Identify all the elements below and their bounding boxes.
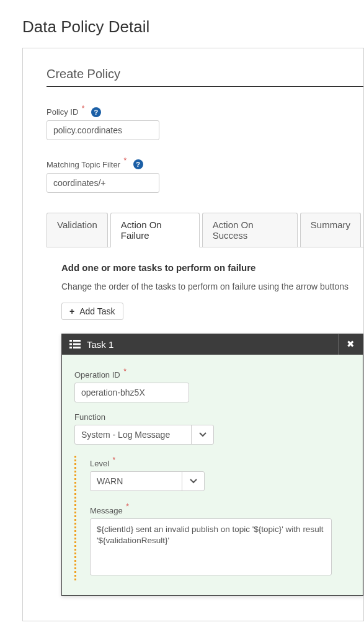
svg-rect-3	[73, 344, 81, 345]
panel-title: Create Policy	[47, 67, 363, 87]
help-icon[interactable]: ?	[133, 159, 143, 169]
task-list-icon	[69, 340, 81, 348]
level-group: Level * WARN	[90, 456, 350, 491]
page-title: Data Policy Detail	[0, 0, 364, 48]
function-group: Function System - Log Message	[74, 411, 350, 445]
policy-id-input[interactable]	[47, 120, 159, 140]
task-card: Task 1 ✖ Operation ID * Function	[61, 334, 363, 596]
topic-filter-label: Matching Topic Filter	[47, 160, 120, 169]
required-mark: *	[123, 156, 127, 165]
plus-icon: +	[69, 306, 74, 316]
failure-description: Change the order of the tasks to perform…	[61, 282, 363, 291]
svg-rect-0	[69, 340, 72, 342]
add-task-label: Add Task	[79, 306, 115, 316]
policy-panel: Create Policy Policy ID * ? Matching Top…	[22, 48, 364, 621]
tab-content-failure: Add one or more tasks to perform on fail…	[47, 247, 363, 596]
tab-summary[interactable]: Summary	[300, 213, 361, 247]
task-title: Task 1	[87, 339, 113, 350]
required-mark: *	[82, 104, 85, 113]
function-label: Function	[74, 412, 105, 422]
close-icon: ✖	[347, 339, 355, 350]
add-task-button[interactable]: + Add Task	[61, 303, 123, 320]
level-value: WARN	[91, 476, 182, 486]
function-params: Level * WARN Message *	[74, 456, 350, 580]
operation-id-group: Operation ID *	[74, 367, 350, 402]
level-label: Level	[90, 459, 109, 468]
task-close-button[interactable]: ✖	[338, 334, 363, 355]
message-group: Message *	[90, 502, 350, 577]
topic-filter-input[interactable]	[47, 173, 159, 193]
task-header-main[interactable]: Task 1	[62, 334, 338, 355]
tab-action-on-failure[interactable]: Action On Failure	[110, 213, 200, 247]
topic-filter-group: Matching Topic Filter * ?	[47, 156, 363, 192]
message-textarea[interactable]	[90, 518, 332, 575]
svg-rect-5	[73, 347, 81, 348]
svg-rect-4	[69, 347, 72, 348]
failure-heading: Add one or more tasks to perform on fail…	[61, 262, 363, 273]
required-mark: *	[126, 502, 129, 511]
tab-validation[interactable]: Validation	[47, 213, 108, 247]
tab-bar: Validation Action On Failure Action On S…	[47, 213, 363, 247]
operation-id-input[interactable]	[74, 383, 189, 402]
task-body: Operation ID * Function System - Log Mes…	[62, 355, 363, 595]
message-label: Message	[90, 506, 123, 515]
help-icon[interactable]: ?	[91, 107, 101, 117]
required-mark: *	[113, 456, 116, 464]
operation-id-label: Operation ID	[74, 370, 120, 379]
svg-rect-1	[73, 340, 81, 342]
function-select[interactable]: System - Log Message	[74, 425, 214, 445]
chevron-down-icon	[182, 472, 204, 490]
level-select[interactable]: WARN	[90, 471, 205, 491]
task-header: Task 1 ✖	[62, 334, 363, 355]
chevron-down-icon	[191, 425, 213, 444]
policy-id-group: Policy ID * ?	[47, 104, 363, 140]
tab-action-on-success[interactable]: Action On Success	[202, 213, 298, 247]
policy-id-label: Policy ID	[47, 107, 78, 117]
required-mark: *	[123, 367, 127, 376]
svg-rect-2	[69, 344, 72, 345]
function-value: System - Log Message	[75, 430, 191, 440]
